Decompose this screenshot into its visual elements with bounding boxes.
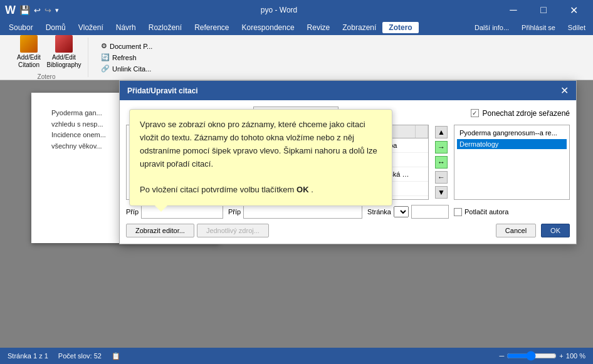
zoom-in-icon[interactable]: + [559, 352, 563, 360]
suffix-label: Příp [228, 208, 241, 216]
word-logo-icon: W [5, 4, 16, 17]
undo-icon[interactable]: ↩ [34, 6, 41, 15]
selected-citations-panel: Pyoderma gangrenosum--a re... Dermatolog… [454, 125, 570, 200]
menu-rozlozeni[interactable]: Rozložení [142, 21, 188, 34]
status-right: ─ + 100 % [500, 351, 585, 361]
prefix-label: Příp [126, 208, 139, 216]
header-extra [416, 125, 428, 138]
arrows-panel: ▲ → ↔ ← ▼ [434, 125, 449, 200]
add-edit-citation-label: Add/EditCitation [17, 54, 41, 69]
suppress-author-label: Potlačit autora [464, 208, 508, 216]
menu-right: Další info... Přihlásit se Sdílet [470, 23, 590, 33]
suppress-row: Potlačit autora [454, 208, 570, 216]
refresh-button[interactable]: 🔄 Refresh [98, 52, 155, 63]
minimize-button[interactable]: ─ [499, 0, 528, 20]
title-bar: W 💾 ↩ ↪ ▾ pyo - Word ─ □ ✕ [0, 0, 593, 20]
document-area: Pyoderma gan... vzhledu s nesp... Incide… [0, 80, 593, 348]
status-bar: Stránka 1 z 1 Počet slov: 52 📋 ─ + 100 % [0, 348, 593, 364]
suffix-input[interactable] [243, 205, 362, 219]
callout-tooltip: Vpravo se zobrazí okno pro záznamy, kter… [129, 109, 392, 206]
zoom-level: 100 % [566, 352, 585, 360]
page-label: Stránka [367, 208, 391, 216]
keep-sorted-label: Ponechat zdroje seřazené [483, 109, 570, 118]
menu-vlozeni[interactable]: Vložení [72, 21, 110, 34]
add-edit-bibliography-icon [54, 35, 74, 53]
proofing-icon: 📋 [112, 352, 120, 360]
arrow-both-button[interactable]: ↔ [435, 156, 448, 169]
keep-sorted-checkbox[interactable] [471, 109, 479, 117]
add-edit-bibliography-label: Add/EditBibliography [46, 54, 81, 69]
prefix-input[interactable] [141, 205, 223, 219]
add-edit-citation-button[interactable]: Add/EditCitation [13, 34, 45, 70]
menu-revize[interactable]: Revize [301, 21, 337, 34]
title-bar-title: pyo - Word [59, 6, 499, 14]
menu-zotero[interactable]: Zotero [382, 22, 418, 33]
redo-icon[interactable]: ↪ [45, 6, 51, 15]
zoom-slider[interactable] [506, 351, 557, 361]
cancel-button[interactable]: Cancel [496, 224, 536, 237]
page-dropdown[interactable] [394, 206, 409, 217]
arrow-right-button[interactable]: → [435, 141, 448, 153]
dialog-bottom-right: Cancel OK [496, 224, 570, 237]
quick-save-icon[interactable]: 💾 [19, 5, 30, 15]
page-input[interactable] [411, 205, 449, 219]
dialog-titlebar: Přidat/Upravit citaci ✕ [120, 81, 576, 100]
dialog-bottom-row: Zobrazit editor... Jednotlivý zdroj... C… [126, 224, 570, 237]
page-info: Stránka 1 z 1 [8, 352, 48, 360]
more-info-button[interactable]: Další info... [470, 23, 514, 33]
add-edit-bibliography-button[interactable]: Add/EditBibliography [48, 34, 80, 70]
ok-button[interactable]: OK [541, 224, 570, 237]
refresh-icon: 🔄 [101, 53, 110, 61]
menu-bar: Soubor Domů Vložení Návrh Rozložení Refe… [0, 20, 593, 35]
add-edit-citation-icon [19, 35, 39, 53]
unlink-citations-button[interactable]: 🔗 Unlink Cita... [98, 63, 155, 74]
menu-reference[interactable]: Reference [188, 21, 235, 34]
dialog-title: Přidat/Upravit citaci [127, 86, 198, 95]
ribbon: Add/EditCitation Add/EditBibliography Zo… [0, 35, 593, 80]
arrow-up-button[interactable]: ▲ [435, 126, 448, 138]
selected-citations-list: Pyoderma gangrenosum--a re... Dermatolog… [454, 125, 570, 200]
maximize-button[interactable]: □ [529, 0, 558, 20]
status-left: Stránka 1 z 1 Počet slov: 52 📋 [8, 352, 120, 360]
document-preferences-button[interactable]: ⚙ Document P... [98, 41, 155, 51]
close-window-button[interactable]: ✕ [559, 0, 588, 20]
selected-item-1[interactable]: Dermatology [457, 139, 567, 149]
single-source-button[interactable]: Jednotlivý zdroj... [197, 224, 269, 237]
arrow-left-button[interactable]: ← [435, 171, 448, 184]
suppress-author-checkbox[interactable] [454, 208, 462, 216]
callout-text1: Vpravo se zobrazí okno pro záznamy, kter… [140, 118, 382, 170]
arrow-down-button[interactable]: ▼ [435, 186, 448, 199]
menu-korespondence[interactable]: Korespondence [236, 21, 301, 34]
selected-item-0[interactable]: Pyoderma gangrenosum--a re... [457, 128, 567, 138]
dialog-second-row: Příp Příp Stránka Potlačit autora [126, 205, 570, 219]
unlink-citations-label: Unlink Cita... [112, 65, 151, 73]
login-button[interactable]: Přihlásit se [517, 23, 560, 33]
unlink-citations-icon: 🔗 [101, 65, 110, 73]
dialog-bottom-left: Zobrazit editor... Jednotlivý zdroj... [126, 224, 269, 237]
zotero-group-label: Zotero [38, 73, 56, 80]
show-editor-button[interactable]: Zobrazit editor... [126, 224, 194, 237]
menu-soubor[interactable]: Soubor [3, 21, 39, 34]
word-count: Počet slov: 52 [58, 352, 102, 360]
add-edit-citation-dialog: Přidat/Upravit citaci ✕ ▾ Všechna pole a… [119, 80, 577, 244]
ribbon-citation-group: Add/EditCitation Add/EditBibliography Zo… [5, 38, 88, 77]
zoom-out-icon[interactable]: ─ [500, 352, 505, 360]
document-preferences-icon: ⚙ [101, 42, 107, 50]
ribbon-small-buttons: ⚙ Document P... 🔄 Refresh 🔗 Unlink Cita.… [98, 41, 155, 74]
title-bar-left: W 💾 ↩ ↪ ▾ [5, 4, 59, 17]
menu-domu[interactable]: Domů [39, 21, 72, 34]
title-bar-controls: ─ □ ✕ [499, 0, 588, 20]
menu-zobrazeni[interactable]: Zobrazení [336, 21, 382, 34]
share-button[interactable]: Sdílet [563, 23, 590, 33]
ribbon-tools-group: ⚙ Document P... 🔄 Refresh 🔗 Unlink Cita.… [91, 38, 162, 77]
callout-ok-bold: OK [296, 185, 309, 194]
refresh-label: Refresh [112, 54, 137, 61]
document-preferences-label: Document P... [110, 43, 152, 50]
callout-text2: Po vložení citací potvrdíme volbu tlačít… [140, 184, 382, 197]
menu-navrh[interactable]: Návrh [110, 21, 142, 34]
dialog-close-button[interactable]: ✕ [560, 85, 569, 96]
